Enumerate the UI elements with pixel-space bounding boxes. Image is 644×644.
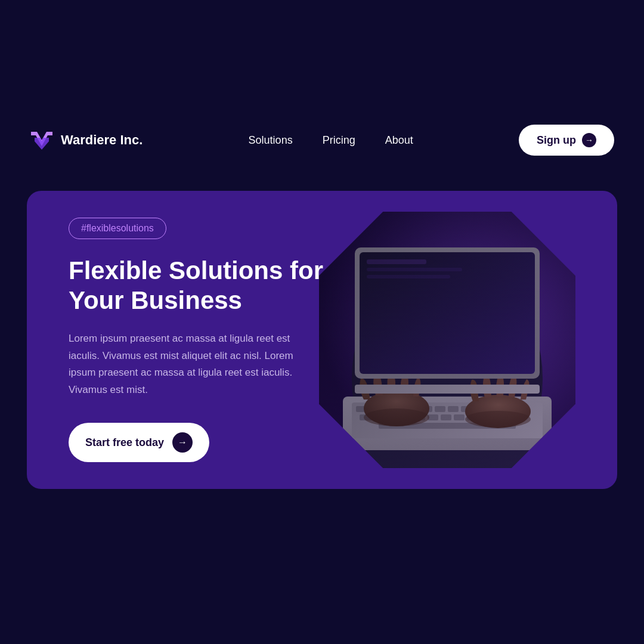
cta-label: Start free today (85, 436, 164, 449)
laptop-visual (319, 212, 575, 468)
navbar: Wardiere Inc. Solutions Pricing About Si… (0, 116, 644, 164)
hero-badge: #flexiblesolutions (69, 218, 166, 239)
hero-description: Lorem ipsum praesent ac massa at ligula … (69, 330, 295, 400)
nav-solutions[interactable]: Solutions (249, 134, 293, 147)
brand-name: Wardiere Inc. (61, 132, 143, 148)
hero-image-shape (319, 212, 575, 468)
signup-label: Sign up (537, 134, 576, 147)
signup-arrow-icon: → (582, 133, 596, 147)
cta-arrow-icon: → (172, 432, 193, 453)
brand-logo-icon (30, 128, 54, 152)
svg-marker-1 (35, 138, 49, 150)
nav-links: Solutions Pricing About (249, 134, 413, 147)
hero-image-area (319, 212, 587, 468)
laptop-overlay (319, 212, 575, 468)
nav-pricing[interactable]: Pricing (323, 134, 355, 147)
hero-card: #flexiblesolutions Flexible Solutions fo… (27, 191, 617, 489)
signup-button[interactable]: Sign up → (519, 125, 614, 156)
nav-about[interactable]: About (385, 134, 413, 147)
logo-area: Wardiere Inc. (30, 128, 143, 152)
cta-button[interactable]: Start free today → (69, 423, 209, 462)
hero-content: #flexiblesolutions Flexible Solutions fo… (69, 218, 355, 462)
hero-title: Flexible Solutions for Your Business (69, 256, 355, 316)
